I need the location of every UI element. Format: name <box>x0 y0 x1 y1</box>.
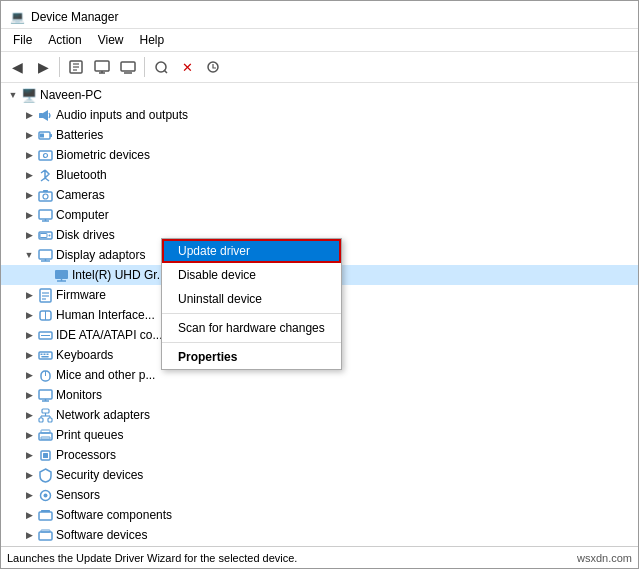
ctx-separator-1 <box>162 313 341 314</box>
tree-label-cameras: Cameras <box>56 188 105 202</box>
svg-rect-12 <box>39 113 43 118</box>
print-expand-icon: ▶ <box>21 427 37 443</box>
ctx-scan-hardware[interactable]: Scan for hardware changes <box>162 316 341 340</box>
tree-label-security: Security devices <box>56 468 143 482</box>
tree-item-audio[interactable]: ▶ Audio inputs and outputs <box>1 105 638 125</box>
svg-rect-41 <box>39 352 52 359</box>
ctx-disable-device[interactable]: Disable device <box>162 263 341 287</box>
svg-rect-25 <box>40 233 47 237</box>
swcomp-icon <box>37 507 53 523</box>
update-button[interactable] <box>201 55 225 79</box>
tree-item-biometric[interactable]: ▶ Biometric devices <box>1 145 638 165</box>
tree-item-swdev[interactable]: ▶ Software devices <box>1 525 638 545</box>
properties-button[interactable] <box>64 55 88 79</box>
scan-button[interactable] <box>149 55 173 79</box>
svg-rect-16 <box>39 151 52 160</box>
firmware-icon <box>37 287 53 303</box>
disk-expand-icon: ▶ <box>21 227 37 243</box>
tree-item-print[interactable]: ▶ Print queues <box>1 425 638 445</box>
menu-help[interactable]: Help <box>132 31 173 49</box>
svg-rect-27 <box>39 250 52 259</box>
svg-rect-4 <box>95 61 109 71</box>
root-label: Naveen-PC <box>40 88 102 102</box>
svg-point-64 <box>43 493 47 497</box>
intel-expand-icon <box>37 267 53 283</box>
batteries-expand-icon: ▶ <box>21 127 37 143</box>
svg-rect-42 <box>40 353 42 355</box>
computer-icon <box>37 207 53 223</box>
delete-button[interactable]: ✕ <box>175 55 199 79</box>
toolbar-separator-2 <box>144 57 145 77</box>
tree-label-mice: Mice and other p... <box>56 368 155 382</box>
status-bar: Launches the Update Driver Wizard for th… <box>1 546 638 568</box>
context-menu: Update driver Disable device Uninstall d… <box>161 238 342 370</box>
ctx-separator-2 <box>162 342 341 343</box>
svg-rect-59 <box>41 430 50 433</box>
keyboards-icon <box>37 347 53 363</box>
toolbar-separator-1 <box>59 57 60 77</box>
menu-action[interactable]: Action <box>40 31 89 49</box>
menu-view[interactable]: View <box>90 31 132 49</box>
svg-rect-30 <box>55 270 68 279</box>
tree-root[interactable]: ▼ 🖥️ Naveen-PC <box>1 85 638 105</box>
tree-item-batteries[interactable]: ▶ Batteries <box>1 125 638 145</box>
ctx-properties[interactable]: Properties <box>162 345 341 369</box>
tree-label-firmware: Firmware <box>56 288 106 302</box>
tree-item-monitors[interactable]: ▶ Monitors <box>1 385 638 405</box>
tree-label-batteries: Batteries <box>56 128 103 142</box>
svg-point-17 <box>43 153 47 157</box>
forward-button[interactable]: ▶ <box>31 55 55 79</box>
display-expand-icon: ▼ <box>21 247 37 263</box>
tree-label-swdev: Software devices <box>56 528 147 542</box>
firmware-expand-icon: ▶ <box>21 287 37 303</box>
tree-item-swcomp[interactable]: ▶ Software components <box>1 505 638 525</box>
batteries-icon <box>37 127 53 143</box>
ide-expand-icon: ▶ <box>21 327 37 343</box>
tree-item-processors[interactable]: ▶ Processors <box>1 445 638 465</box>
tree-item-bluetooth[interactable]: ▶ Bluetooth <box>1 165 638 185</box>
tree-item-sensors[interactable]: ▶ Sensors <box>1 485 638 505</box>
title-bar-text: Device Manager <box>31 10 118 24</box>
svg-rect-21 <box>39 210 52 219</box>
tree-label-audio: Audio inputs and outputs <box>56 108 188 122</box>
tree-label-ide: IDE ATA/ATAPI co... <box>56 328 162 342</box>
svg-rect-18 <box>39 192 52 201</box>
mice-expand-icon: ▶ <box>21 367 37 383</box>
network-icon <box>37 407 53 423</box>
menu-file[interactable]: File <box>5 31 40 49</box>
root-icon: 🖥️ <box>21 87 37 103</box>
tree-label-hid: Human Interface... <box>56 308 155 322</box>
svg-point-26 <box>48 234 50 236</box>
tree-item-network[interactable]: ▶ Network adapters <box>1 405 638 425</box>
svg-rect-20 <box>43 190 48 192</box>
svg-rect-7 <box>121 62 135 71</box>
tree-item-cameras[interactable]: ▶ Cameras <box>1 185 638 205</box>
menu-bar: File Action View Help <box>1 29 638 52</box>
svg-rect-53 <box>48 418 52 422</box>
ctx-uninstall-device[interactable]: Uninstall device <box>162 287 341 311</box>
tree-label-swcomp: Software components <box>56 508 172 522</box>
display-button[interactable] <box>116 55 140 79</box>
cameras-icon <box>37 187 53 203</box>
monitors-expand-icon: ▶ <box>21 387 37 403</box>
tree-label-sensors: Sensors <box>56 488 100 502</box>
network-expand-icon: ▶ <box>21 407 37 423</box>
display-icon <box>37 247 53 263</box>
svg-rect-60 <box>41 437 50 439</box>
tree-item-sound[interactable]: ▶ Sound, video and game controllers <box>1 545 638 546</box>
mice-icon <box>37 367 53 383</box>
back-button[interactable]: ◀ <box>5 55 29 79</box>
bluetooth-expand-icon: ▶ <box>21 167 37 183</box>
bluetooth-icon <box>37 167 53 183</box>
tree-label-print: Print queues <box>56 428 123 442</box>
svg-rect-52 <box>39 418 43 422</box>
tree-label-bluetooth: Bluetooth <box>56 168 107 182</box>
device-manager-button[interactable] <box>90 55 114 79</box>
sensors-icon <box>37 487 53 503</box>
tree-item-computer[interactable]: ▶ Computer <box>1 205 638 225</box>
ctx-update-driver[interactable]: Update driver <box>162 239 341 263</box>
content-area: ▼ 🖥️ Naveen-PC ▶ Audio inputs and output… <box>1 83 638 546</box>
svg-rect-68 <box>41 530 50 532</box>
root-expand-icon: ▼ <box>5 87 21 103</box>
tree-item-security[interactable]: ▶ Security devices <box>1 465 638 485</box>
